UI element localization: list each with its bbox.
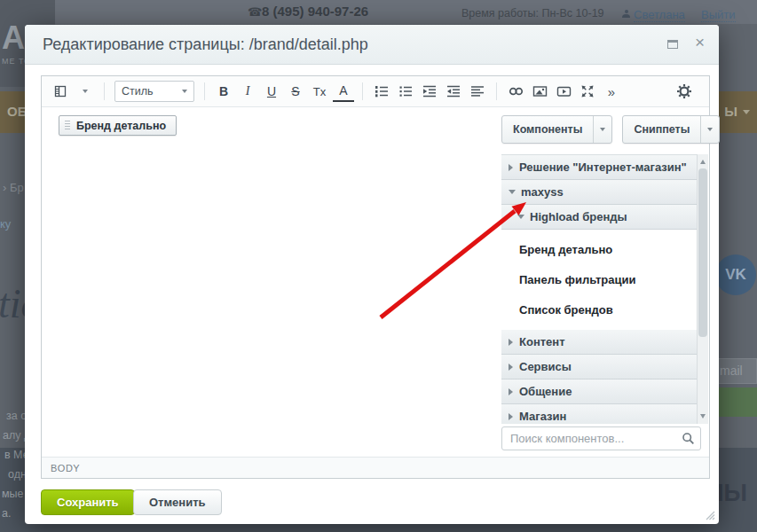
- statusbar-body-tab[interactable]: BODY: [51, 463, 80, 473]
- tree-group-communication[interactable]: Общение: [501, 379, 708, 404]
- dialog-title: Редактирование страницы: /brand/detail.p…: [43, 35, 368, 54]
- scrollbar-thumb[interactable]: [698, 168, 707, 337]
- align-icon[interactable]: [467, 81, 488, 102]
- panel-tabs: Компоненты Сниппеты: [501, 115, 720, 144]
- site-paragraph-line: а.: [2, 507, 11, 520]
- insert-component-icon[interactable]: [51, 81, 72, 102]
- component-tree: Решение "Интернет-магазин" maxyss Highlo…: [501, 154, 708, 424]
- tree-item-filter-panel[interactable]: Панель фильтрации: [501, 264, 708, 294]
- tree-group-shop[interactable]: Магазин: [501, 404, 708, 424]
- vk-social-icon: VK: [715, 254, 756, 295]
- edit-page-dialog: Редактирование страницы: /brand/detail.p…: [25, 25, 719, 524]
- site-breadcrumb: › Бр: [3, 181, 24, 194]
- tab-snippets[interactable]: Сниппеты: [622, 115, 720, 144]
- site-work-hours: Время работы: Пн-Вс 10-19: [461, 7, 604, 20]
- insert-component-dropdown[interactable]: [75, 81, 96, 102]
- site-link-fragment: ку: [0, 217, 11, 231]
- tab-components[interactable]: Компоненты: [501, 115, 612, 144]
- drag-handle-icon: [65, 121, 70, 130]
- chevron-down-icon: [743, 110, 750, 114]
- tree-group-content[interactable]: Контент: [501, 330, 708, 355]
- chevron-down-icon[interactable]: [593, 116, 611, 143]
- chevron-right-icon: [509, 339, 513, 346]
- chevron-right-icon: [509, 164, 513, 171]
- bullet-list-icon[interactable]: [395, 81, 416, 102]
- toolbar-separator: [204, 82, 205, 100]
- underline-button[interactable]: U: [261, 81, 282, 102]
- scroll-up-icon[interactable]: [700, 160, 706, 164]
- component-chip-brand-detail[interactable]: Бренд детально: [59, 115, 177, 136]
- clear-format-button[interactable]: Tx: [309, 81, 330, 102]
- bold-button[interactable]: B: [213, 81, 234, 102]
- site-email-placeholder: mail: [720, 364, 743, 378]
- search-icon: [682, 432, 695, 445]
- outdent-icon[interactable]: [443, 81, 464, 102]
- strikethrough-button[interactable]: S: [285, 81, 306, 102]
- toolbar-separator: [362, 82, 363, 100]
- chevron-down-icon[interactable]: [700, 116, 719, 143]
- site-logout-link: Выйти: [701, 8, 736, 22]
- component-search-input[interactable]: [501, 426, 701, 450]
- indent-icon[interactable]: [419, 81, 440, 102]
- component-search: [501, 426, 701, 450]
- editor-statusbar: BODY: [42, 457, 709, 478]
- components-panel: Компоненты Сниппеты Решение "Интернет-ма…: [501, 76, 708, 478]
- chevron-down-icon: [182, 90, 187, 93]
- tree-group-services[interactable]: Сервисы: [501, 355, 708, 379]
- site-user-link: Светлана: [634, 8, 685, 22]
- dialog-titlebar: Редактирование страницы: /brand/detail.p…: [25, 25, 719, 65]
- text-color-button[interactable]: A: [333, 81, 354, 102]
- tree-group-internet-shop[interactable]: Решение "Интернет-магазин": [501, 155, 708, 180]
- tree-item-brand-detail[interactable]: Бренд детально: [501, 234, 708, 264]
- tree-group-maxyss[interactable]: maxyss: [501, 180, 708, 205]
- scroll-down-icon[interactable]: [700, 414, 706, 419]
- style-select-value: Стиль: [122, 85, 154, 98]
- phone-icon: ☎: [248, 5, 262, 19]
- resize-grip-icon[interactable]: [705, 510, 715, 520]
- chevron-right-icon: [509, 388, 513, 395]
- toolbar-separator: [104, 82, 105, 100]
- tree-item-brand-list[interactable]: Список брендов: [501, 294, 708, 325]
- cancel-button[interactable]: Отменить: [133, 489, 222, 515]
- component-chip-label: Бренд детально: [76, 120, 166, 132]
- maximize-icon[interactable]: [667, 40, 678, 49]
- chevron-down-icon: [509, 190, 516, 194]
- tree-group-highload-brands[interactable]: Highload бренды: [501, 205, 708, 230]
- editor-frame: Стиль B I U S Tx A: [41, 75, 710, 479]
- screen: ☎ 8 (495) 940-97-26 Время работы: Пн-Вс …: [0, 0, 757, 532]
- site-phone: 8 (495) 940-97-26: [262, 4, 368, 19]
- style-select[interactable]: Стиль: [114, 81, 194, 102]
- italic-button[interactable]: I: [237, 81, 258, 102]
- toolbar-separator: [496, 82, 497, 100]
- ordered-list-icon[interactable]: [371, 81, 392, 102]
- chevron-right-icon: [509, 364, 513, 371]
- close-icon[interactable]: ×: [695, 33, 705, 52]
- user-icon: [622, 10, 630, 18]
- chevron-down-icon: [517, 215, 524, 219]
- chevron-right-icon: [509, 413, 513, 420]
- site-nav-item-right: Ы: [724, 104, 737, 119]
- tree-scrollbar[interactable]: [697, 154, 708, 424]
- save-button[interactable]: Сохранить: [41, 489, 135, 515]
